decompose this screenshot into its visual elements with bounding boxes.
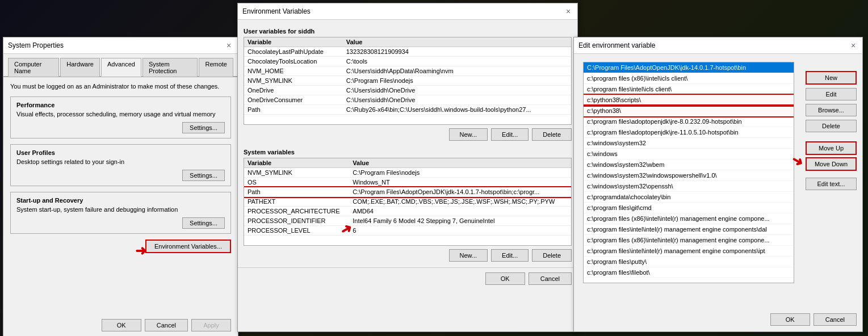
path-list-item[interactable]: c:\program files (x86)\intel\intel(r) ma…	[584, 213, 794, 224]
user-var-row[interactable]: ChocolateyLastPathUpdate1323283081219099…	[244, 47, 571, 57]
user-var-row[interactable]: PathC:\Ruby26-x64\bin;C:\Users\siddh\.wi…	[244, 105, 571, 115]
path-list-item[interactable]: c:\program files\putty\	[584, 257, 794, 267]
edit-env-bottom-buttons: OK Cancel	[770, 313, 857, 326]
path-list-item[interactable]: c:\windows\system32\wbem	[584, 159, 794, 170]
path-list-item[interactable]: c:\windows\system32\openssh\	[584, 181, 794, 192]
env-vars-ok-button[interactable]: OK	[485, 272, 525, 285]
edit-env-ok-button[interactable]: OK	[770, 313, 810, 326]
environment-variables-button[interactable]: Environment Variables...	[145, 240, 231, 253]
path-list-item[interactable]: c:\windows	[584, 149, 794, 159]
system-props-cancel-button[interactable]: Cancel	[145, 319, 188, 331]
path-list-item[interactable]: c:\program files\filebot\	[584, 267, 794, 278]
system-var-col-value: Value	[349, 158, 571, 168]
system-props-apply-button[interactable]: Apply	[191, 319, 231, 331]
edit-env-browse-button[interactable]: Browse...	[806, 104, 857, 116]
user-var-value: C:\tools	[343, 57, 571, 66]
path-list-item[interactable]: c:\program files\intel\intel(r) manageme…	[584, 246, 794, 257]
path-list-container[interactable]: C:\Program Files\AdoptOpenJDK\jdk-14.0.1…	[583, 62, 794, 283]
env-vars-dialog: Environment Variables × User variables f…	[237, 3, 578, 332]
system-var-col-variable: Variable	[244, 158, 349, 168]
edit-env-delete-button[interactable]: Delete	[806, 120, 857, 132]
path-list-item[interactable]: c:\program files\git\cmd	[584, 203, 794, 213]
user-vars-new-button[interactable]: New...	[449, 128, 488, 141]
path-list-item[interactable]: c:\program files\adoptopenjdk\jre-11.0.5…	[584, 127, 794, 138]
user-var-row[interactable]: OneDriveC:\Users\siddh\OneDrive	[244, 86, 571, 95]
system-var-value: 6	[349, 226, 571, 236]
startup-settings-button[interactable]: Settings...	[182, 217, 225, 229]
path-list-item[interactable]: c:\program files (x86)\intel\intel(r) ma…	[584, 235, 794, 246]
tab-system-protection[interactable]: System Protection	[142, 58, 198, 77]
edit-env-edit-button[interactable]: Edit	[806, 88, 857, 100]
env-vars-close[interactable]: ×	[564, 7, 573, 16]
tab-remote[interactable]: Remote	[199, 58, 233, 77]
edit-env-titlebar: Edit environment variable ×	[574, 37, 862, 54]
system-vars-list[interactable]: Variable Value NVM_SYMLINKC:\Program Fil…	[244, 158, 572, 246]
path-list-item[interactable]: c:\program files\intel\icls client\	[584, 84, 794, 95]
user-var-row[interactable]: NVM_SYMLINKC:\Program Files\nodejs	[244, 76, 571, 86]
advanced-tab-content: You must be logged on as an Administrato…	[3, 77, 238, 259]
system-var-row[interactable]: PROCESSOR_IDENTIFIERIntel64 Family 6 Mod…	[244, 216, 571, 226]
user-var-value: C:\Program Files\nodejs	[343, 76, 571, 86]
move-buttons-group: Move Up Move Down	[806, 141, 857, 171]
path-list-item[interactable]: c:\windows\system32	[584, 138, 794, 149]
user-var-variable: NVM_HOME	[244, 66, 343, 76]
user-var-row[interactable]: OneDriveConsumerC:\Users\siddh\OneDrive	[244, 95, 571, 105]
env-vars-content: User variables for siddh Variable Value …	[238, 20, 577, 292]
system-vars-new-button[interactable]: New...	[449, 249, 488, 262]
system-vars-table: Variable Value NVM_SYMLINKC:\Program Fil…	[244, 158, 571, 236]
performance-settings-button[interactable]: Settings...	[182, 122, 225, 133]
user-vars-edit-button[interactable]: Edit...	[491, 128, 529, 141]
env-vars-cancel-button[interactable]: Cancel	[529, 272, 572, 285]
system-props-ok-button[interactable]: OK	[102, 319, 141, 331]
performance-title: Performance	[16, 102, 225, 108]
path-list-item[interactable]: c:\python38\	[584, 106, 794, 116]
system-var-row[interactable]: OSWindows_NT	[244, 178, 571, 187]
system-props-close[interactable]: ×	[224, 41, 233, 50]
path-list-item[interactable]: c:\programdata\chocolatey\bin	[584, 192, 794, 203]
user-var-col-variable: Variable	[244, 37, 343, 47]
system-var-value: COM;.EXE;.BAT;.CMD;.VBS;.VBE;.JS;.JSE;.W…	[349, 197, 571, 207]
path-list-item[interactable]: c:\program files\adoptopenjdk\jre-8.0.23…	[584, 116, 794, 127]
system-var-row[interactable]: NVM_SYMLINKC:\Program Files\nodejs	[244, 168, 571, 178]
move-up-button[interactable]: Move Up	[806, 141, 857, 155]
user-profiles-settings-button[interactable]: Settings...	[182, 170, 225, 181]
path-list-item[interactable]: c:\program files (x86)\intel\icls client…	[584, 73, 794, 84]
system-var-row[interactable]: PathC:\Program Files\AdoptOpenJDK\jdk-14…	[244, 187, 571, 197]
user-var-row[interactable]: ChocolateyToolsLocationC:\tools	[244, 57, 571, 66]
system-var-variable: PROCESSOR_IDENTIFIER	[244, 216, 349, 226]
env-vars-titlebar: Environment Variables ×	[238, 3, 577, 20]
path-list-item[interactable]: C:\Program Files\AdoptOpenJDK\jdk-14.0.1…	[584, 62, 794, 73]
env-vars-bottom-buttons: OK Cancel	[238, 267, 577, 288]
system-var-row[interactable]: PROCESSOR_LEVEL6	[244, 226, 571, 236]
env-vars-btn-row: Environment Variables...	[10, 240, 231, 253]
user-profiles-desc: Desktop settings related to your sign-in	[16, 158, 225, 165]
system-var-value: Windows_NT	[349, 178, 571, 187]
edit-env-cancel-button[interactable]: Cancel	[814, 313, 857, 326]
system-var-row[interactable]: PROCESSOR_ARCHITECTUREAMD64	[244, 207, 571, 216]
user-vars-delete-button[interactable]: Delete	[532, 128, 572, 141]
edit-env-close[interactable]: ×	[849, 41, 858, 50]
arrow-env-vars: ➜	[135, 243, 146, 259]
path-list-item[interactable]: c:\windows\system32\windowspowershell\v1…	[584, 170, 794, 181]
system-vars-buttons: New... Edit... Delete	[238, 246, 577, 265]
edit-env-content: C:\Program Files\AdoptOpenJDK\jdk-14.0.1…	[574, 54, 862, 291]
system-vars-edit-button[interactable]: Edit...	[491, 249, 529, 262]
system-var-value: C:\Program Files\nodejs	[349, 168, 571, 178]
move-down-button[interactable]: Move Down	[806, 157, 857, 171]
path-list-item[interactable]: c:\python38\scripts\	[584, 95, 794, 106]
system-var-value: AMD64	[349, 207, 571, 216]
edit-env-new-button[interactable]: New	[806, 71, 857, 85]
tab-advanced[interactable]: Advanced	[101, 58, 141, 77]
system-vars-delete-button[interactable]: Delete	[532, 249, 572, 262]
user-var-row[interactable]: NVM_HOMEC:\Users\siddh\AppData\Roaming\n…	[244, 66, 571, 76]
tab-hardware[interactable]: Hardware	[60, 58, 100, 77]
path-list-item[interactable]: c:\program files\intel\intel(r) manageme…	[584, 224, 794, 235]
user-vars-list[interactable]: Variable Value ChocolateyLastPathUpdate1…	[244, 37, 572, 125]
system-var-variable: PROCESSOR_LEVEL	[244, 226, 349, 236]
system-props-title: System Properties	[8, 41, 64, 49]
user-var-variable: NVM_SYMLINK	[244, 76, 343, 86]
edit-text-button[interactable]: Edit text...	[806, 178, 857, 190]
system-var-variable: OS	[244, 178, 349, 187]
system-var-row[interactable]: PATHEXTCOM;.EXE;.BAT;.CMD;.VBS;.VBE;.JS;…	[244, 197, 571, 207]
tab-computer-name[interactable]: Computer Name	[8, 58, 59, 77]
